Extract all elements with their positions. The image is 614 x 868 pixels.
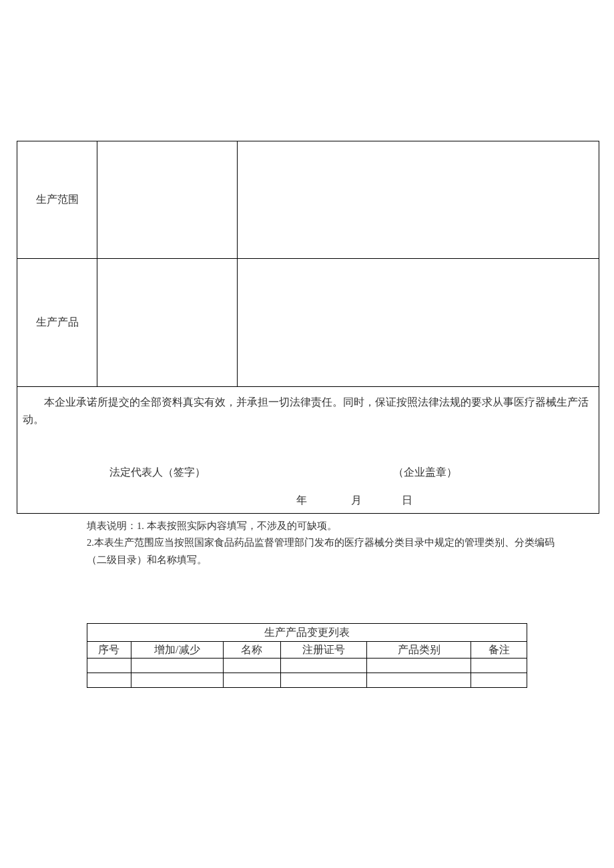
- header-remark: 备注: [471, 642, 527, 659]
- label-production-scope: 生产范围: [17, 141, 97, 259]
- label-production-product: 生产产品: [17, 259, 97, 387]
- change-table-title: 生产产品变更列表: [87, 624, 527, 642]
- cell-product-col3[interactable]: [238, 259, 599, 387]
- date-day-label: 日: [402, 494, 412, 508]
- cell-cert[interactable]: [280, 673, 367, 688]
- row-production-scope: 生产范围: [17, 141, 599, 259]
- cell-name[interactable]: [223, 673, 280, 688]
- date-year-label: 年: [296, 494, 307, 508]
- cell-seq[interactable]: [87, 659, 131, 673]
- change-table-header-row: 序号 增加/减少 名称 注册证号 产品类别 备注: [87, 642, 527, 659]
- header-change: 增加/减少: [131, 642, 223, 659]
- table-row: [87, 673, 527, 688]
- change-table-title-row: 生产产品变更列表: [87, 624, 527, 642]
- commitment-body: 本企业承诺所提交的全部资料真实有效，并承担一切法律责任。同时，保证按照法律法规的…: [23, 396, 589, 425]
- header-cert: 注册证号: [280, 642, 367, 659]
- cell-category[interactable]: [367, 659, 471, 673]
- cell-scope-col2[interactable]: [97, 141, 238, 259]
- note-line-1: 填表说明：1. 本表按照实际内容填写，不涉及的可缺项。: [87, 518, 574, 534]
- product-change-table: 生产产品变更列表 序号 增加/减少 名称 注册证号 产品类别 备注: [87, 623, 527, 688]
- legal-rep-signature-label: 法定代表人（签字）: [109, 466, 206, 480]
- cell-seq[interactable]: [87, 673, 131, 688]
- table-row: [87, 659, 527, 673]
- cell-commitment: 本企业承诺所提交的全部资料真实有效，并承担一切法律责任。同时，保证按照法律法规的…: [17, 387, 599, 514]
- company-stamp-label: （企业盖章）: [393, 466, 457, 480]
- main-form-table: 生产范围 生产产品 本企业承诺所提交的全部资料真实有效，并承担一切法律责任。同时…: [17, 141, 599, 514]
- document-page: 生产范围 生产产品 本企业承诺所提交的全部资料真实有效，并承担一切法律责任。同时…: [0, 141, 614, 688]
- row-production-product: 生产产品: [17, 259, 599, 387]
- cell-category[interactable]: [367, 673, 471, 688]
- commitment-text: 本企业承诺所提交的全部资料真实有效，并承担一切法律责任。同时，保证按照法律法规的…: [23, 394, 593, 428]
- cell-name[interactable]: [223, 659, 280, 673]
- cell-change[interactable]: [131, 659, 223, 673]
- cell-cert[interactable]: [280, 659, 367, 673]
- row-commitment: 本企业承诺所提交的全部资料真实有效，并承担一切法律责任。同时，保证按照法律法规的…: [17, 387, 599, 514]
- header-category: 产品类别: [367, 642, 471, 659]
- note-line-2: 2.本表生产范围应当按照国家食品药品监督管理部门发布的医疗器械分类目录中规定的管…: [87, 534, 574, 568]
- form-notes: 填表说明：1. 本表按照实际内容填写，不涉及的可缺项。 2.本表生产范围应当按照…: [87, 518, 574, 568]
- cell-product-col2[interactable]: [97, 259, 238, 387]
- cell-change[interactable]: [131, 673, 223, 688]
- header-seq: 序号: [87, 642, 131, 659]
- cell-remark[interactable]: [471, 673, 527, 688]
- date-month-label: 月: [351, 494, 362, 508]
- cell-remark[interactable]: [471, 659, 527, 673]
- cell-scope-col3[interactable]: [238, 141, 599, 259]
- header-name: 名称: [223, 642, 280, 659]
